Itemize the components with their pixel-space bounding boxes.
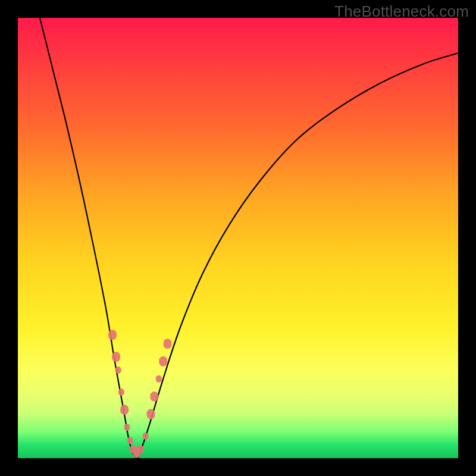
marker-dot	[124, 424, 130, 431]
marker-dot	[150, 392, 158, 402]
chart-frame: TheBottleneck.com	[0, 0, 476, 476]
marker-dot	[118, 389, 124, 396]
marker-dot	[143, 433, 149, 440]
marker-dot	[108, 330, 117, 340]
marker-dot	[156, 375, 162, 383]
curve-markers	[108, 330, 171, 458]
marker-dot	[115, 367, 121, 374]
marker-dot	[112, 352, 120, 362]
plot-area	[18, 18, 458, 458]
marker-dot	[120, 405, 129, 415]
marker-dot	[159, 356, 167, 367]
curve-layer	[18, 18, 458, 458]
marker-dot	[147, 409, 155, 419]
marker-dot	[164, 339, 172, 349]
marker-dot	[137, 445, 144, 454]
bottleneck-curve	[40, 18, 458, 458]
marker-dot	[127, 437, 133, 444]
